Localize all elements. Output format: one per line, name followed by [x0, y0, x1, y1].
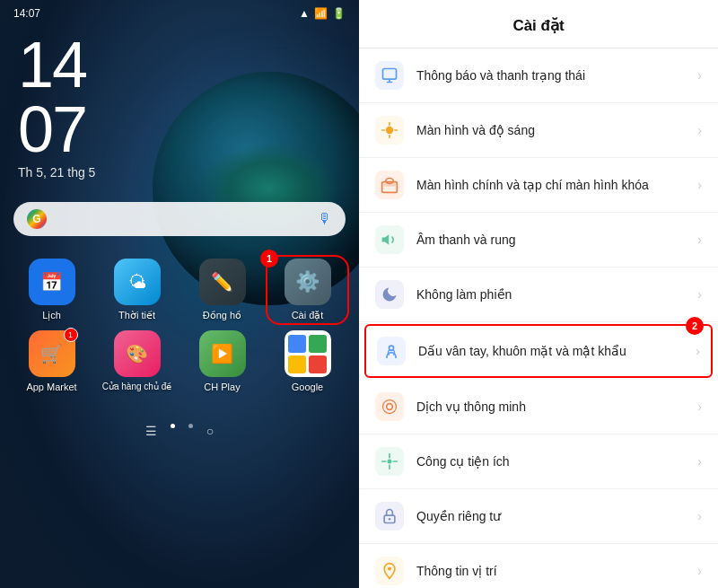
svg-rect-10	[383, 183, 395, 186]
svg-rect-0	[383, 69, 397, 80]
app-icon-weather: 🌤	[114, 259, 161, 305]
arrow-icon-donotdisturb: ›	[697, 287, 702, 302]
appmarket-icon: 🛒	[40, 343, 63, 364]
app-label-chplay: CH Play	[204, 382, 240, 392]
svg-marker-11	[382, 234, 390, 245]
arrow-icon-privacy: ›	[697, 509, 702, 523]
app-label-calendar: Lịch	[42, 310, 61, 321]
nav-menu-icon[interactable]: ☰	[145, 424, 157, 438]
arrow-icon-location: ›	[697, 564, 702, 578]
lockscreen-icon	[375, 171, 404, 199]
settings-item-utilities[interactable]: Công cụ tiện ích ›	[359, 434, 718, 489]
play-icon: ▶️	[211, 343, 233, 364]
wifi-icon: ▲	[299, 7, 310, 20]
app-item-appmarket[interactable]: 🛒 1 App Market	[13, 330, 90, 392]
svg-point-13	[387, 404, 393, 410]
arrow-icon-display: ›	[697, 123, 702, 137]
svg-point-3	[386, 127, 393, 134]
app-icon-store: 🎨	[114, 330, 161, 377]
arrow-icon-sound: ›	[697, 233, 702, 247]
donotdisturb-icon	[375, 280, 404, 309]
settings-item-donotdisturb[interactable]: Không làm phiền ›	[359, 268, 718, 322]
app-item-weather[interactable]: 🌤 Thời tiết	[99, 259, 175, 321]
status-bar: 14:07 ▲ 📶 🔋	[0, 0, 359, 23]
app-label-store: Cửa hàng chủ đề	[102, 382, 172, 391]
settings-label-location: Thông tin vị trí	[416, 564, 697, 578]
clock-minute: 07	[18, 97, 341, 162]
arrow-icon-biometrics: ›	[696, 344, 700, 358]
settings-item-biometrics[interactable]: 2 Dấu vân tay, khuôn mặt và mật khẩu ›	[364, 324, 713, 378]
display-icon	[375, 116, 404, 145]
settings-label-lockscreen: Màn hình chính và tạp chí màn hình khóa	[416, 178, 697, 192]
privacy-icon	[375, 502, 404, 531]
status-icons: ▲ 📶 🔋	[299, 7, 346, 20]
sound-icon	[375, 225, 404, 254]
settings-item-privacy[interactable]: Quyền riêng tư ›	[359, 489, 718, 544]
app-icon-clock: ✏️	[199, 259, 246, 305]
notification-icon	[375, 61, 404, 90]
settings-label-utilities: Công cụ tiện ích	[416, 454, 697, 469]
settings-icon: ⚙️	[295, 270, 320, 294]
arrow-icon-smartservices: ›	[697, 399, 702, 414]
settings-item-lockscreen[interactable]: Màn hình chính và tạp chí màn hình khóa …	[359, 158, 718, 213]
svg-point-18	[388, 566, 391, 570]
app-item-clock[interactable]: ✏️ Đồng hồ	[184, 259, 260, 321]
app-label-weather: Thời tiết	[118, 310, 155, 321]
signal-icon: 📶	[314, 7, 328, 20]
search-bar[interactable]: G 🎙	[13, 202, 346, 236]
app-label-clock: Đồng hồ	[203, 310, 241, 321]
settings-item-display[interactable]: Màn hình và độ sáng ›	[359, 103, 718, 158]
appmarket-badge: 1	[64, 328, 78, 342]
settings-item-sound[interactable]: Âm thanh và rung ›	[359, 213, 718, 268]
arrow-icon-utilities: ›	[697, 454, 702, 469]
smartservices-icon	[375, 392, 404, 421]
settings-label-privacy: Quyền riêng tư	[416, 509, 697, 523]
app-item-chplay[interactable]: ▶️ CH Play	[184, 330, 260, 392]
microphone-icon[interactable]: 🎙	[318, 211, 332, 227]
app-item-store[interactable]: 🎨 Cửa hàng chủ đề	[99, 330, 175, 392]
battery-icon: 🔋	[332, 7, 346, 20]
app-label-google: Google	[292, 382, 323, 392]
settings-item-location[interactable]: Thông tin vị trí ›	[359, 544, 718, 588]
nav-dot-active	[171, 424, 175, 428]
utilities-icon	[375, 447, 404, 476]
app-icon-google	[285, 330, 331, 377]
google-apps-icon	[288, 335, 306, 353]
svg-point-14	[383, 400, 397, 414]
app-item-calendar[interactable]: 📅 Lịch	[13, 259, 90, 321]
settings-label-display: Màn hình và độ sáng	[416, 123, 697, 137]
step-1-badge: 1	[260, 250, 278, 268]
settings-item-smartservices[interactable]: Dịch vụ thông minh ›	[359, 380, 718, 434]
store-icon: 🎨	[126, 343, 148, 364]
clock-hour: 14	[18, 32, 341, 97]
app-label-appmarket: App Market	[26, 382, 76, 392]
settings-label-sound: Âm thanh và rung	[416, 233, 697, 247]
app-icon-chplay: ▶️	[199, 330, 246, 377]
settings-panel: Cài đặt Thông báo và thanh trạng thái › …	[359, 0, 718, 588]
nav-dot	[188, 424, 193, 428]
google-logo: G	[27, 209, 47, 229]
app-icon-calendar: 📅	[29, 259, 75, 305]
svg-point-15	[388, 460, 392, 464]
arrow-icon-notification: ›	[697, 68, 702, 83]
google-apps-icon4	[309, 355, 327, 373]
settings-title: Cài đặt	[359, 0, 718, 48]
phone-screen: 14:07 ▲ 📶 🔋 14 07 Th 5, 21 thg 5 G 🎙 📅 L…	[0, 0, 359, 588]
clock-area: 14 07 Th 5, 21 thg 5	[0, 23, 359, 184]
app-label-settings: Cài đặt	[292, 310, 324, 321]
biometrics-icon	[377, 337, 406, 365]
status-time: 14:07	[13, 7, 40, 20]
app-icon-settings: ⚙️	[285, 259, 331, 305]
google-apps-icon3	[288, 355, 306, 373]
nav-home-icon[interactable]: ○	[206, 424, 214, 438]
settings-label-notification: Thông báo và thanh trạng thái	[416, 68, 697, 83]
settings-list: Thông báo và thanh trạng thái › Màn hình…	[359, 48, 718, 588]
clock-date: Th 5, 21 thg 5	[18, 165, 341, 180]
app-item-google[interactable]: Google	[269, 330, 346, 392]
settings-item-notification[interactable]: Thông báo và thanh trạng thái ›	[359, 48, 718, 103]
app-item-settings[interactable]: 1 ⚙️ Cài đặt	[269, 259, 346, 321]
weather-icon: 🌤	[128, 272, 146, 293]
google-apps-icon2	[309, 335, 327, 353]
calendar-icon: 📅	[40, 271, 63, 293]
bottom-navigation: ☰ ○	[0, 410, 359, 452]
